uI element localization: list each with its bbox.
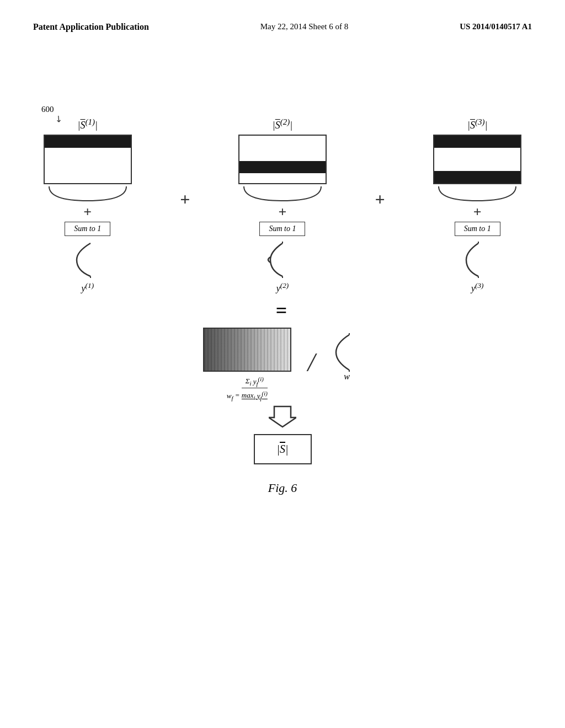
brace-svg-2 [238, 185, 327, 202]
figure-number-label: 600 [41, 105, 54, 114]
figure-caption: Fig. 6 [0, 481, 565, 495]
plus-sign-3: + [473, 204, 482, 221]
y-label-2: y(2) [276, 281, 289, 293]
brace-svg-1 [44, 185, 132, 202]
spectrum-group-1: |S(1)| + Sum to 1 y(1) [27, 117, 148, 293]
spectrum-group-2: |S(2)| + Sum to 1 y(2) [222, 117, 343, 293]
spectrum-label-3: |S(3)| [467, 117, 487, 131]
result-box: |S| [254, 434, 312, 464]
y-label-1: y(1) [81, 281, 94, 293]
black-band-2 [239, 161, 326, 173]
down-arrow [269, 404, 296, 429]
result-group-right: w [332, 333, 362, 382]
y-label-3: y(3) [471, 281, 484, 293]
black-band-1 [45, 136, 131, 148]
between-plus-2: + [375, 189, 385, 210]
brace-3 [433, 185, 521, 202]
sum-to-1-box-3: Sum to 1 [455, 222, 500, 236]
spectrum-box-2 [238, 135, 327, 184]
equals-row: = [0, 299, 565, 322]
result-box-container: |S| [0, 434, 565, 464]
formula-wf: wf = Σi yf(i) maxi yf(i) [227, 375, 268, 401]
plus-sign-1: + [83, 204, 92, 221]
spectrum-label-1: |S(1)| [78, 117, 98, 131]
publication-number: US 2014/0140517 A1 [460, 22, 532, 31]
w-label: w [344, 372, 350, 382]
ear-shape-3 [461, 240, 494, 279]
ear-shape-w [332, 333, 362, 372]
divide-sign: / [308, 347, 315, 377]
svg-marker-7 [269, 406, 296, 427]
brace-1 [44, 185, 132, 202]
spectrum-group-3: |S(3)| + Sum to 1 y(3) [417, 117, 538, 293]
equals-sign: = [276, 299, 290, 322]
black-band-top-3 [434, 136, 520, 148]
spectrum-label-2: |S(2)| [273, 117, 292, 131]
ear-shape-1 [71, 240, 104, 279]
spectrum-box-3 [433, 135, 521, 184]
brace-2 [238, 185, 327, 202]
ear-shape-2 [266, 240, 299, 279]
result-group-left: wf = Σi yf(i) maxi yf(i) [203, 328, 291, 401]
between-plus-1: + [180, 189, 190, 210]
black-band-bottom-3 [434, 171, 520, 183]
publication-date-sheet: May 22, 2014 Sheet 6 of 8 [260, 22, 349, 31]
page-header: Patent Application Publication May 22, 2… [0, 0, 565, 32]
plus-sign-2: + [279, 204, 287, 221]
top-spectrum-row: |S(1)| + Sum to 1 y(1) + |S(2)| [0, 117, 565, 293]
sum-to-1-box-2: Sum to 1 [259, 222, 305, 236]
gradient-spectrum-box [203, 328, 291, 372]
brace-svg-3 [433, 185, 521, 202]
divide-group: / [308, 336, 315, 377]
publication-title: Patent Application Publication [33, 22, 149, 32]
sum-to-1-box-1: Sum to 1 [65, 222, 110, 236]
bottom-section: wf = Σi yf(i) maxi yf(i) / w [0, 328, 565, 401]
spectrum-box-1 [44, 135, 132, 184]
down-arrow-row [0, 404, 565, 429]
